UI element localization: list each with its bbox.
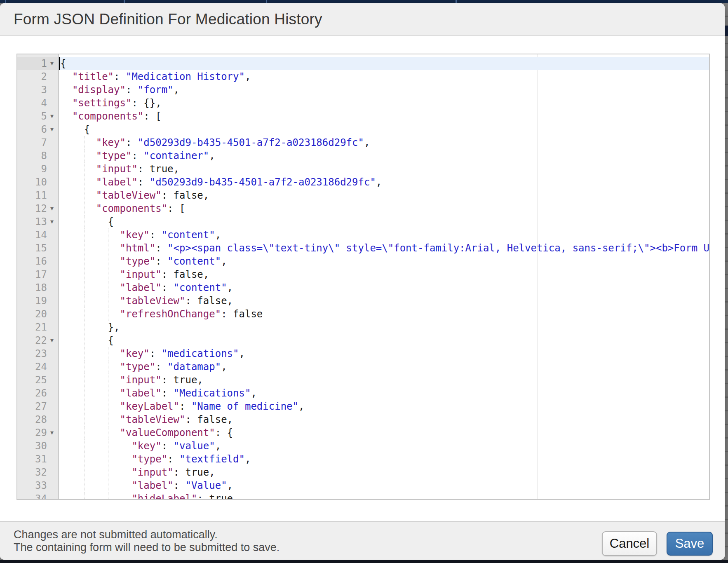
line-number: 29	[35, 427, 47, 439]
code-line[interactable]: {	[59, 334, 709, 347]
indent-guide	[84, 176, 85, 189]
top-bar-separator	[124, 0, 125, 3]
line-number: 30	[35, 440, 47, 452]
fold-toggle-icon[interactable]: ▾	[47, 57, 56, 70]
fold-toggle-icon[interactable]: ▾	[47, 202, 56, 215]
code-line[interactable]: "key": "value",	[59, 439, 709, 453]
fold-toggle-icon[interactable]: ▾	[47, 334, 56, 347]
line-number: 12	[35, 203, 47, 214]
gutter-cell: 16	[17, 255, 58, 268]
fold-toggle-icon[interactable]: ▾	[47, 110, 56, 122]
code-line[interactable]: "components": [	[59, 202, 709, 215]
text-cursor	[59, 57, 60, 70]
fold-toggle-icon[interactable]: ▾	[47, 123, 56, 136]
indent-guide	[108, 387, 108, 400]
code-line[interactable]: "label": "Medications",	[59, 387, 709, 400]
code-line[interactable]: "tableView": false,	[59, 294, 709, 307]
line-number: 19	[35, 295, 47, 307]
code-line[interactable]: "input": true,	[59, 466, 709, 479]
line-number: 10	[35, 176, 47, 188]
gutter-cell: 33	[17, 479, 58, 492]
indent-guide	[84, 294, 85, 307]
indent-guide	[84, 149, 85, 162]
code-line[interactable]: "tableView": false,	[59, 413, 709, 426]
indent-guide	[108, 281, 108, 294]
indent-guide	[108, 242, 108, 255]
dialog-header: Form JSON Definition For Medication Hist…	[0, 3, 725, 36]
indent-guide	[108, 373, 108, 387]
code-line[interactable]: {	[59, 57, 709, 70]
code-line[interactable]: "label": "d50293d9-b435-4501-a7f2-a02318…	[59, 176, 709, 189]
indent-guide	[84, 162, 85, 176]
line-number: 21	[35, 321, 47, 333]
gutter-cell: 22▾	[17, 334, 58, 347]
indent-guide	[84, 268, 85, 281]
line-number: 13	[35, 216, 47, 228]
footer-note: Changes are not submitted automatically.…	[14, 528, 279, 554]
gutter-cell: 4	[17, 96, 58, 110]
indent-guide	[108, 439, 108, 453]
gutter-cell: 25	[17, 373, 58, 387]
code-line[interactable]: "type": "datamap",	[59, 360, 709, 373]
indent-guide	[84, 373, 85, 387]
json-definition-dialog: Form JSON Definition For Medication Hist…	[0, 3, 725, 560]
line-number: 18	[35, 282, 47, 293]
fold-toggle-icon[interactable]: ▾	[47, 427, 56, 439]
editor-code[interactable]: { "title": "Medication History", "displa…	[59, 54, 709, 499]
code-line[interactable]: "settings": {},	[59, 96, 709, 110]
browser-top-bar	[0, 0, 728, 3]
code-line[interactable]: {	[59, 215, 709, 228]
line-number: 3	[41, 84, 47, 96]
line-number: 8	[41, 150, 47, 162]
code-line[interactable]: "title": "Medication History",	[59, 70, 709, 83]
gutter-cell: 12▾	[17, 202, 58, 215]
code-line[interactable]: "refreshOnChange": false	[59, 307, 709, 321]
code-line[interactable]: "type": "container",	[59, 149, 709, 162]
code-line[interactable]: "key": "medications",	[59, 347, 709, 360]
gutter-cell: 27	[17, 400, 58, 413]
indent-guide	[84, 215, 85, 228]
indent-guide	[108, 413, 108, 426]
code-line[interactable]: "key": "d50293d9-b435-4501-a7f2-a023186d…	[59, 136, 709, 149]
code-line[interactable]: "key": "content",	[59, 228, 709, 242]
code-line[interactable]: "valueComponent": {	[59, 426, 709, 439]
indent-guide	[108, 268, 108, 281]
code-line[interactable]: "tableView": false,	[59, 189, 709, 202]
dialog-title: Form JSON Definition For Medication Hist…	[14, 11, 322, 28]
code-line[interactable]: "components": [	[59, 110, 709, 123]
gutter-cell: 28	[17, 413, 58, 426]
code-line[interactable]: "display": "form",	[59, 83, 709, 96]
line-number: 31	[35, 453, 47, 465]
line-number: 32	[35, 467, 47, 478]
gutter-cell: 3	[17, 83, 58, 96]
indent-guide	[84, 466, 85, 479]
line-number: 33	[35, 480, 47, 491]
line-number: 6	[41, 124, 47, 135]
code-line[interactable]: "type": "textfield",	[59, 453, 709, 466]
save-button[interactable]: Save	[667, 532, 713, 556]
code-line[interactable]: "type": "content",	[59, 255, 709, 268]
line-number: 27	[35, 401, 47, 412]
code-line[interactable]: "input": true,	[59, 373, 709, 387]
fold-toggle-icon[interactable]: ▾	[47, 216, 56, 228]
code-line[interactable]: "hideLabel": true	[59, 492, 709, 499]
line-number: 1	[41, 58, 47, 69]
code-line[interactable]: "label": "Value",	[59, 479, 709, 492]
code-line[interactable]: "html": "<p><span class=\"text-tiny\" st…	[59, 242, 709, 255]
code-line[interactable]: "label": "content",	[59, 281, 709, 294]
editor-gutter: 1▾2345▾6▾789101112▾13▾141516171819202122…	[17, 54, 59, 499]
code-line[interactable]: {	[59, 123, 709, 136]
cancel-button[interactable]: Cancel	[602, 531, 657, 556]
code-line[interactable]: },	[59, 321, 709, 334]
code-line[interactable]: "keyLabel": "Name of medicine",	[59, 400, 709, 413]
line-number: 25	[35, 374, 47, 386]
indent-guide	[108, 228, 108, 242]
indent-guide	[84, 492, 85, 499]
json-code-editor[interactable]: 1▾2345▾6▾789101112▾13▾141516171819202122…	[16, 54, 710, 500]
indent-guide	[84, 228, 85, 242]
code-line[interactable]: "input": false,	[59, 268, 709, 281]
gutter-cell: 10	[17, 176, 58, 189]
line-number: 4	[41, 97, 47, 109]
code-line[interactable]: "input": true,	[59, 162, 709, 176]
line-number: 17	[35, 269, 47, 280]
